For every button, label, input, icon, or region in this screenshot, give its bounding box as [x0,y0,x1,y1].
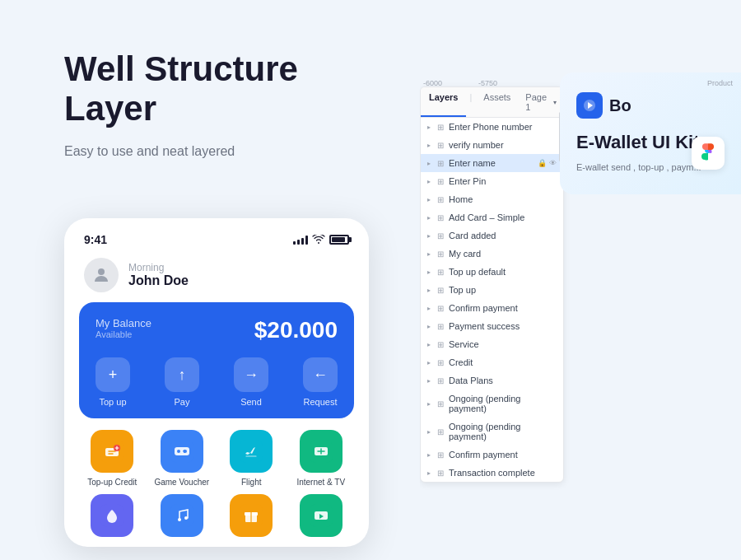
layer-lock-eye-icons: 🔒 👁 [538,159,557,167]
ruler-n1: -6000 [423,79,442,87]
frame-icon: ⊞ [437,450,444,460]
balance-amount: $20.000 [254,317,338,343]
status-time: 9:41 [84,233,107,246]
right-section: -6000 -5750 Product Layers | Assets Page… [420,0,741,560]
request-label: Request [304,397,338,407]
gift-icon [230,494,273,537]
service-water[interactable] [81,494,144,537]
status-icons [293,235,349,245]
expand-icon: ▸ [427,160,431,167]
expand-icon: ▸ [427,428,431,436]
layer-item[interactable]: ▸ ⊞ Credit [421,353,563,371]
send-label: Send [240,397,262,407]
expand-icon: ▸ [427,451,431,459]
balance-header: My Balance Available $20.000 [96,317,338,346]
frame-icon: ⊞ [437,399,444,408]
expand-icon: ▸ [427,214,431,222]
frame-icon: ⊞ [437,427,444,436]
expand-icon: ▸ [427,323,431,330]
left-section: Well Structure Layer Easy to use and nea… [0,0,428,560]
layer-item[interactable]: ▸ ⊞ Data Plans [421,371,563,390]
flight-icon [230,430,273,473]
layer-item[interactable]: ▸ ⊞ My card [421,245,563,263]
svg-point-15 [178,518,181,521]
ewallet-logo: Bo [576,92,725,119]
battery-icon [329,235,349,245]
expand-icon: ▸ [427,400,431,408]
ruler-n2: -5750 [478,79,497,87]
service-flight[interactable]: Flight [220,430,283,488]
request-button[interactable]: ← Request [303,357,338,407]
layer-item[interactable]: ▸ ⊞ Ongoing (pending payment) [421,390,563,418]
frame-icon: ⊞ [437,177,444,186]
layer-item[interactable]: ▸ ⊞ Add Card – Simple [421,208,563,226]
avatar [84,258,119,292]
layer-item[interactable]: ▸ ⊞ Home [421,190,563,208]
service-movie[interactable] [290,494,353,537]
layer-item[interactable]: ▸ ⊞ Top up [421,281,563,299]
layer-item[interactable]: ▸ ⊞ Confirm payment [421,299,563,317]
music-icon [161,494,203,537]
service-topup-credit[interactable]: Top-up Credit [81,430,144,488]
ewallet-logo-text: Bo [609,96,631,115]
layer-items-list: ▸ ⊞ Enter Phone number ▸ ⊞ verify number… [421,118,563,482]
topup-icon: + [96,357,130,392]
layer-item[interactable]: ▸ ⊞ verify number [421,136,563,154]
svg-rect-14 [170,504,193,527]
pay-label: Pay [175,397,190,407]
expand-icon: ▸ [427,305,431,312]
status-bar: 9:41 [79,233,354,254]
layer-item[interactable]: ▸ ⊞ Enter Phone number [421,118,563,136]
layer-item[interactable]: ▸ ⊞ Payment success [421,317,563,335]
expand-icon: ▸ [427,124,431,131]
svg-rect-9 [183,450,186,452]
send-icon: → [234,357,268,392]
frame-icon: ⊞ [437,340,444,349]
tab-layers[interactable]: Layers [421,87,466,117]
frame-icon: ⊞ [437,159,444,168]
action-buttons: + Top up ↑ Pay → Send ← Request [96,357,338,407]
services-row2 [79,488,354,537]
topup-label: Top up [99,397,126,407]
figma-badge [692,137,725,170]
layer-item[interactable]: ▸ ⊞ Ongoing (pending payment) [421,418,563,446]
tab-assets[interactable]: Assets [475,87,519,117]
water-icon [91,494,133,537]
service-internet-tv[interactable]: Internet & TV [290,430,353,488]
topup-button[interactable]: + Top up [96,357,130,407]
service-game-voucher[interactable]: Game Voucher [151,430,214,488]
frame-icon: ⊞ [437,304,444,313]
pay-button[interactable]: ↑ Pay [165,357,199,407]
user-greeting: Morning [128,262,189,273]
pay-icon: ↑ [165,357,199,392]
send-button[interactable]: → Send [234,357,268,407]
tab-page[interactable]: Page 1 ▾ [519,87,563,117]
layer-item[interactable]: ▸ ⊞ Transaction complete [421,464,563,482]
svg-point-6 [177,450,180,453]
ruler-numbers: -6000 -5750 [423,79,497,87]
game-voucher-icon [161,430,203,473]
user-name: John Doe [128,273,189,288]
layer-item[interactable]: ▸ ⊞ Confirm payment [421,446,563,464]
page-title: Well Structure Layer [64,49,379,129]
layer-item[interactable]: ▸ ⊞ Card added [421,226,563,245]
layer-item-selected[interactable]: ▸ ⊞ Enter name 🔒 👁 [421,154,563,172]
layer-item[interactable]: ▸ ⊞ Service [421,335,563,353]
wifi-icon [312,235,325,245]
topup-credit-label: Top-up Credit [87,478,137,488]
service-music[interactable] [151,494,214,537]
layer-item[interactable]: ▸ ⊞ Enter Pin [421,172,563,190]
expand-icon: ▸ [427,250,431,258]
frame-icon: ⊞ [437,250,444,259]
service-gift[interactable] [220,494,283,537]
svg-rect-10 [240,440,263,463]
user-avatar-icon [91,265,111,285]
lock-icon: 🔒 [538,159,547,167]
frame-icon: ⊞ [437,376,444,385]
layer-item[interactable]: ▸ ⊞ Top up default [421,263,563,281]
expand-icon: ▸ [427,142,431,149]
balance-label: My Balance [96,317,151,329]
expand-icon: ▸ [427,196,431,203]
layer-panel: Layers | Assets Page 1 ▾ ▸ ⊞ Enter Phone… [420,86,564,483]
expand-icon: ▸ [427,232,431,240]
